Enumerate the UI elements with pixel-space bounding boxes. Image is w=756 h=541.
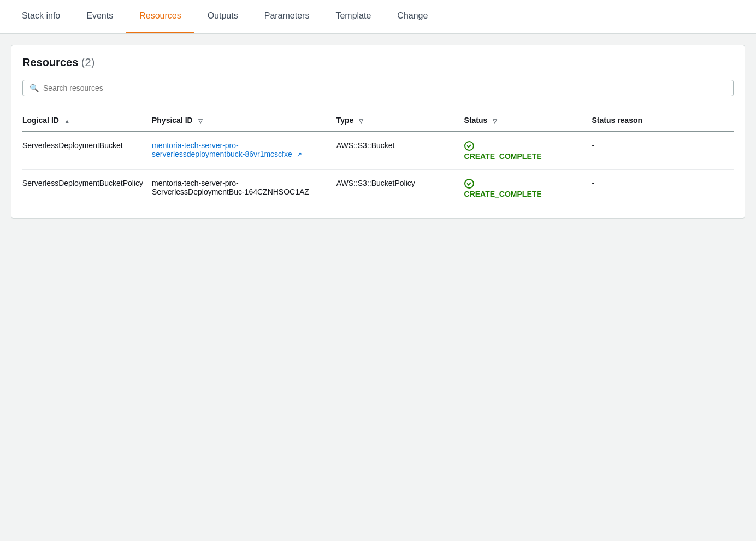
- row1-physical-id: mentoria-tech-server-pro-serverlessdeplo…: [152, 132, 336, 170]
- table-header-row: Logical ID ▲ Physical ID ▽ Type ▽ Status…: [22, 109, 734, 132]
- resources-title: Resources (2): [22, 56, 734, 69]
- resources-count: (2): [81, 56, 94, 68]
- row2-status-reason: -: [592, 170, 734, 208]
- col-header-physical-id[interactable]: Physical ID ▽: [152, 109, 336, 132]
- row1-physical-id-link[interactable]: mentoria-tech-server-pro-serverlessdeplo…: [152, 141, 292, 158]
- tab-events[interactable]: Events: [73, 0, 126, 33]
- tab-change[interactable]: Change: [384, 0, 441, 33]
- tab-parameters[interactable]: Parameters: [251, 0, 323, 33]
- row1-status: CREATE_COMPLETE: [464, 132, 592, 170]
- row2-type: AWS::S3::BucketPolicy: [336, 170, 464, 208]
- col-header-status-reason: Status reason: [592, 109, 734, 132]
- search-icon: 🔍: [29, 84, 39, 92]
- sort-icon-type: ▽: [359, 118, 363, 124]
- tab-resources[interactable]: Resources: [126, 0, 194, 33]
- tab-stack-info[interactable]: Stack info: [9, 0, 73, 33]
- row1-status-reason: -: [592, 132, 734, 170]
- col-header-type[interactable]: Type ▽: [336, 109, 464, 132]
- sort-icon-physical: ▽: [198, 118, 203, 124]
- tab-outputs[interactable]: Outputs: [194, 0, 251, 33]
- external-link-icon: ↗︎: [297, 151, 302, 158]
- table-row: ServerlessDeploymentBucket mentoria-tech…: [22, 132, 734, 170]
- resources-table: Logical ID ▲ Physical ID ▽ Type ▽ Status…: [22, 109, 734, 207]
- row1-type: AWS::S3::Bucket: [336, 132, 464, 170]
- table-row: ServerlessDeploymentBucketPolicy mentori…: [22, 170, 734, 208]
- sort-icon-status: ▽: [493, 118, 497, 124]
- status-complete-icon: [464, 141, 474, 151]
- search-input[interactable]: [43, 84, 727, 92]
- row1-logical-id: ServerlessDeploymentBucket: [22, 132, 152, 170]
- sort-ascending-icon: ▲: [64, 118, 70, 124]
- row2-status: CREATE_COMPLETE: [464, 170, 592, 208]
- resources-title-text: Resources: [22, 56, 78, 68]
- col-header-logical-id[interactable]: Logical ID ▲: [22, 109, 152, 132]
- tab-template[interactable]: Template: [322, 0, 384, 33]
- main-content: Resources (2) 🔍 Logical ID ▲ Physical ID…: [0, 34, 756, 230]
- row2-physical-id: mentoria-tech-server-pro-ServerlessDeplo…: [152, 170, 336, 208]
- tab-navigation: Stack info Events Resources Outputs Para…: [0, 0, 756, 34]
- status-complete-icon-2: [464, 179, 474, 189]
- search-bar[interactable]: 🔍: [22, 80, 734, 96]
- resources-card: Resources (2) 🔍 Logical ID ▲ Physical ID…: [11, 45, 745, 219]
- row2-logical-id: ServerlessDeploymentBucketPolicy: [22, 170, 152, 208]
- col-header-status[interactable]: Status ▽: [464, 109, 592, 132]
